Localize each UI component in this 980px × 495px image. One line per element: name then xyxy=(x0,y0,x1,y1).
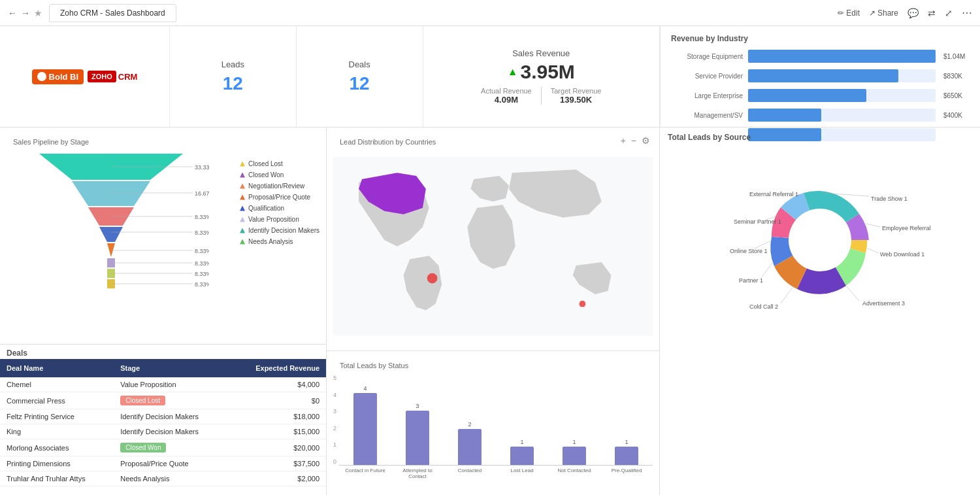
legend-closed-won: Closed Won xyxy=(240,171,319,179)
bar-group: 4 3 2 1 1 1 xyxy=(339,375,653,466)
table-row: King Identify Decision Makers $15,000 xyxy=(0,424,326,439)
lead-dot-aus xyxy=(580,301,586,307)
bar-val-label: 1 xyxy=(625,439,629,445)
line-webdownload xyxy=(868,248,879,253)
deals-title: Deals xyxy=(349,60,370,69)
pct-text-8: 8.33% xyxy=(195,281,209,288)
legend-qualification: Qualification xyxy=(240,205,319,212)
col-revenue: Expected Revenue xyxy=(234,364,319,372)
status-bar-group: 4 xyxy=(342,375,389,465)
legend-icon-closed-won xyxy=(240,173,245,178)
pct-text-7: 8.33% xyxy=(195,271,209,277)
bar-value: $650K xyxy=(943,92,970,99)
legend-icon-negotiation xyxy=(240,184,245,189)
line-employee xyxy=(866,224,880,227)
label-seminar: Seminar Partner 1 xyxy=(734,218,781,225)
donut-svg: Trade Show 1 Employee Referral 1 Web Dow… xyxy=(709,152,931,328)
pct-text-4: 8.33% xyxy=(195,230,209,236)
zoom-in-icon[interactable]: + xyxy=(621,135,626,146)
x-axis-label: Contacted xyxy=(446,468,493,479)
legend-icon-proposal xyxy=(240,195,245,200)
bar-val-label: 2 xyxy=(468,421,472,428)
donut-area: Total Leads by Source xyxy=(660,128,980,495)
deal-stage: Identify Decision Makers xyxy=(120,428,234,435)
stage-text: Value Proposition xyxy=(120,381,176,388)
deal-name: Morlong Associates xyxy=(7,444,120,452)
status-bar-group: 2 xyxy=(446,375,493,465)
legend-icon-qualification xyxy=(240,206,245,211)
deal-name: Feltz Printing Service xyxy=(7,413,120,420)
dashboard: Bold BI ZOHO CRM Leads 12 Deals 12 Sales… xyxy=(0,26,980,495)
edit-button[interactable]: ✏ Edit xyxy=(838,9,860,18)
deal-stage: Identify Decision Makers xyxy=(120,413,234,420)
deals-title: Deals xyxy=(0,345,326,359)
mid-col: Lead Distribution by Countries + − ⚙ xyxy=(327,128,660,495)
col-stage: Stage xyxy=(120,364,234,372)
zoom-out-icon[interactable]: − xyxy=(631,135,636,146)
back-button[interactable]: ← xyxy=(8,8,17,18)
share-icon: ↗ xyxy=(869,9,875,18)
leads-status-chart: 5 4 3 2 1 0 4 3 2 1 xyxy=(333,375,653,479)
forward-button[interactable]: → xyxy=(21,8,30,18)
legend-icon-value-prop xyxy=(240,217,245,222)
industry-bar-row: Storage Equipment $1.04M xyxy=(671,50,970,63)
share-button[interactable]: ↗ Share xyxy=(869,9,898,18)
bar-track xyxy=(748,109,936,122)
label-coldcall: Cold Call 2 xyxy=(749,303,778,310)
legend-icon-closed-lost xyxy=(240,162,245,167)
donut-title: Total Leads by Source xyxy=(668,133,972,142)
legend-value-prop: Value Proposition xyxy=(240,216,319,223)
legend-needs: Needs Analysis xyxy=(240,238,319,245)
expand-icon[interactable]: ⤢ xyxy=(945,8,953,18)
bar-val-label: 1 xyxy=(573,439,576,445)
more-options-icon[interactable]: ⋯ xyxy=(962,7,972,19)
revenue-main: ▲ 3.95M xyxy=(508,61,575,83)
industry-panel: Revenue by Industry Storage Equipment $1… xyxy=(660,26,980,127)
status-bar-group: 1 xyxy=(603,375,650,465)
status-bar xyxy=(406,411,429,465)
bar-val-label: 4 xyxy=(364,385,367,392)
revenue-arrow-icon: ▲ xyxy=(508,66,518,78)
bar-value: $1.04M xyxy=(943,53,970,60)
stage-text: Needs Analysis xyxy=(120,475,169,483)
revenue-sub: Actual Revenue 4.09M Target Revenue 139.… xyxy=(472,87,610,105)
funnel-layer-2 xyxy=(72,181,150,206)
deals-kpi: Deals 12 xyxy=(297,26,423,127)
logo-panel: Bold BI ZOHO CRM xyxy=(0,26,170,127)
leads-status-panel: Total Leads by Status 5 4 3 2 1 0 xyxy=(327,351,659,495)
deal-stage: Value Proposition xyxy=(120,381,234,388)
browser-tab[interactable]: Zoho CRM - Sales Dashboard xyxy=(49,4,176,22)
map-settings-icon[interactable]: ⚙ xyxy=(642,135,650,146)
bar-fill xyxy=(748,109,821,122)
left-col: Sales Pipeline by Stage xyxy=(0,128,327,495)
deal-revenue: $15,000 xyxy=(234,428,319,435)
x-axis-labels: Contact in FutureAttempted to ContactCon… xyxy=(339,468,653,479)
bar-label: Large Enterprise xyxy=(671,92,743,99)
x-axis-label: Not Contacted xyxy=(551,468,598,479)
zoho-logo: ZOHO CRM xyxy=(88,71,137,82)
bar-label: Storage Equipment xyxy=(671,53,743,60)
boldbi-logo: Bold BI xyxy=(32,69,84,84)
chat-icon[interactable]: 💬 xyxy=(907,8,919,18)
deal-revenue: $4,000 xyxy=(234,381,319,388)
bar-track xyxy=(748,69,936,82)
main-content: Sales Pipeline by Stage xyxy=(0,128,980,495)
status-bar xyxy=(458,429,482,465)
x-axis-label: Pre-Qualified xyxy=(603,468,650,479)
table-row: Commercial Press Closed Lost $0 xyxy=(0,392,326,409)
status-bar xyxy=(510,447,534,465)
star-icon[interactable]: ★ xyxy=(34,8,42,18)
bars-area: 4 3 2 1 1 1 Contact in FutureAttempted t… xyxy=(339,375,653,479)
pct-text-6: 8.33% xyxy=(195,260,209,267)
sync-icon[interactable]: ⇄ xyxy=(928,8,936,18)
map-controls[interactable]: + − ⚙ xyxy=(621,135,650,146)
header-row: Bold BI ZOHO CRM Leads 12 Deals 12 Sales… xyxy=(0,26,980,128)
table-row: Feltz Printing Service Identify Decision… xyxy=(0,409,326,424)
target-revenue: Target Revenue 139.50K xyxy=(542,87,611,105)
label-advertisement: Advertisement 3 xyxy=(862,300,905,307)
map-panel: Lead Distribution by Countries + − ⚙ xyxy=(327,128,659,351)
deal-revenue: $18,000 xyxy=(234,413,319,420)
world-map-svg xyxy=(333,150,653,343)
right-col: Total Leads by Source xyxy=(660,128,980,495)
stage-badge: Closed Lost xyxy=(120,396,165,405)
